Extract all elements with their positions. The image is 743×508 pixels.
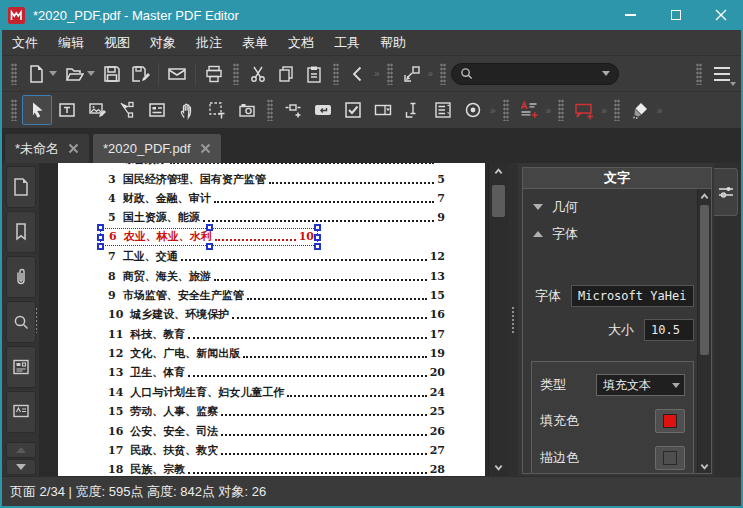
toolbar-grip[interactable]: [387, 63, 393, 85]
edit-forms-button[interactable]: [142, 95, 172, 125]
sidebar-scroll-up-button[interactable]: [6, 442, 36, 458]
pdf-page[interactable]: 2综合政务33国民经济管理、国有资产监管54财政、金融、审计75国土资源、能源9…: [58, 163, 485, 476]
toc-entry[interactable]: 3国民经济管理、国有资产监管5: [108, 172, 445, 187]
save-button[interactable]: [98, 60, 126, 88]
toolbar-grip[interactable]: [440, 63, 446, 85]
selection-handle-n[interactable]: [206, 224, 213, 231]
signatures-button[interactable]: [6, 391, 36, 433]
combobox-field-button[interactable]: [368, 95, 398, 125]
toc-entry[interactable]: 8商贸、海关、旅游13: [108, 269, 445, 284]
new-document-button[interactable]: [22, 60, 50, 88]
toolbar-grip[interactable]: [614, 99, 620, 121]
select-text-area-button[interactable]: [202, 95, 232, 125]
stroke-color-button[interactable]: [655, 446, 685, 470]
listbox-field-button[interactable]: [428, 95, 458, 125]
tab-close-button[interactable]: [200, 143, 211, 154]
fit-page-button[interactable]: [398, 60, 426, 88]
tab-close-button[interactable]: [68, 143, 79, 154]
copy-button[interactable]: [272, 60, 300, 88]
toc-entry[interactable]: 5国土资源、能源9: [108, 210, 445, 225]
page-thumbnails-button[interactable]: [6, 166, 36, 208]
toolbar-grip[interactable]: [503, 99, 509, 121]
toc-row-7[interactable]: 7工业、交通12: [108, 247, 445, 266]
tab-2020-pdf[interactable]: *2020_PDF.pdf: [92, 133, 221, 163]
toc-row-3[interactable]: 3国民经济管理、国有资产监管5: [108, 169, 445, 188]
panel-scroll-up-button[interactable]: [698, 189, 711, 203]
add-text-annotation-button[interactable]: [514, 95, 544, 125]
insert-field-button[interactable]: [278, 95, 308, 125]
toc-row-17[interactable]: 17民政、扶贫、救灾27: [108, 441, 445, 460]
send-email-button[interactable]: [163, 60, 191, 88]
menu-item-6[interactable]: 文档: [278, 30, 324, 55]
menu-item-8[interactable]: 帮助: [370, 30, 416, 55]
edit-image-button[interactable]: [82, 95, 112, 125]
scrollbar-thumb[interactable]: [492, 185, 505, 217]
open-file-button[interactable]: [60, 60, 88, 88]
properties-panel-tab[interactable]: [714, 168, 738, 216]
menu-item-4[interactable]: 批注: [186, 30, 232, 55]
main-menu-button[interactable]: [707, 60, 737, 88]
selection-handle-sw[interactable]: [97, 243, 104, 250]
panel-splitter[interactable]: [508, 163, 518, 476]
save-as-button[interactable]: [126, 60, 154, 88]
menu-item-2[interactable]: 视图: [94, 30, 140, 55]
selection-handle-e[interactable]: [314, 234, 321, 241]
toc-entry[interactable]: 18民族、宗教28: [108, 462, 445, 476]
toc-entry[interactable]: 14人口与计划生育、妇女儿童工作24: [108, 385, 445, 400]
document-scrollbar[interactable]: [488, 163, 508, 476]
toc-row-13[interactable]: 13卫生、体育20: [108, 363, 445, 382]
close-button[interactable]: [698, 0, 743, 30]
toc-row-9[interactable]: 9市场监管、安全生产监管15: [108, 286, 445, 305]
font-size-input[interactable]: [644, 319, 694, 341]
text-field-button[interactable]: [398, 95, 428, 125]
toc-row-4[interactable]: 4财政、金融、审计7: [108, 189, 445, 208]
toc-row-15[interactable]: 15劳动、人事、监察25: [108, 402, 445, 421]
checkbox-field-button[interactable]: [338, 95, 368, 125]
text-type-dropdown[interactable]: 填充文本: [596, 374, 685, 396]
attachments-button[interactable]: [6, 256, 36, 298]
edit-path-button[interactable]: [112, 95, 142, 125]
menu-item-1[interactable]: 编辑: [48, 30, 94, 55]
toc-row-10[interactable]: 10城乡建设、环境保护16: [108, 305, 445, 324]
fill-color-button[interactable]: [655, 409, 685, 433]
splitter-grip[interactable]: [511, 306, 515, 334]
bookmarks-button[interactable]: [6, 211, 36, 253]
minimize-button[interactable]: [608, 0, 653, 30]
toc-row-11[interactable]: 11科技、教育17: [108, 325, 445, 344]
search-panel-button[interactable]: [6, 301, 36, 343]
toc-row-16[interactable]: 16公安、安全、司法26: [108, 421, 445, 440]
toc-entry[interactable]: 9市场监管、安全生产监管15: [108, 288, 445, 303]
toolbar-grip[interactable]: [233, 63, 239, 85]
toc-entry[interactable]: 15劳动、人事、监察25: [108, 404, 445, 419]
section-geometry[interactable]: 几何: [523, 189, 696, 216]
scrollbar-up-button[interactable]: [489, 163, 508, 180]
toc-entry[interactable]: 4财政、金融、审计7: [108, 191, 445, 206]
toc-entry[interactable]: 7工业、交通12: [108, 249, 445, 264]
sidebar-splitter-grip[interactable]: [35, 307, 38, 333]
open-file-dropdown[interactable]: [87, 71, 95, 76]
push-button-field-button[interactable]: [308, 95, 338, 125]
document-viewport[interactable]: 2综合政务33国民经济管理、国有资产监管54财政、金融、审计75国土资源、能源9…: [40, 163, 488, 476]
section-font[interactable]: 字体: [523, 216, 696, 243]
toolbar-grip[interactable]: [558, 99, 564, 121]
toc-row-8[interactable]: 8商贸、海关、旅游13: [108, 266, 445, 285]
toc-row-12[interactable]: 12文化、广电、新闻出版19: [108, 344, 445, 363]
paste-button[interactable]: [300, 60, 328, 88]
navigate-back-button[interactable]: [344, 60, 372, 88]
add-callout-comment-button[interactable]: [569, 95, 599, 125]
selected-text-object[interactable]: 6农业、林业、水利10: [100, 228, 318, 246]
snapshot-button[interactable]: [232, 95, 262, 125]
select-object-button[interactable]: [22, 95, 52, 125]
font-name-input[interactable]: [571, 285, 694, 307]
toc-entry[interactable]: 16公安、安全、司法26: [108, 424, 445, 439]
panel-scrollbar-thumb[interactable]: [700, 205, 709, 355]
print-button[interactable]: [200, 60, 228, 88]
toolbar-grip[interactable]: [696, 63, 702, 85]
form-fields-button[interactable]: [6, 346, 36, 388]
menu-item-5[interactable]: 表单: [232, 30, 278, 55]
toc-row-14[interactable]: 14人口与计划生育、妇女儿童工作24: [108, 383, 445, 402]
selection-handle-nw[interactable]: [97, 224, 104, 231]
toc-row-18[interactable]: 18民族、宗教28: [108, 460, 445, 476]
hand-pan-button[interactable]: [172, 95, 202, 125]
panel-scrollbar[interactable]: [697, 189, 711, 473]
